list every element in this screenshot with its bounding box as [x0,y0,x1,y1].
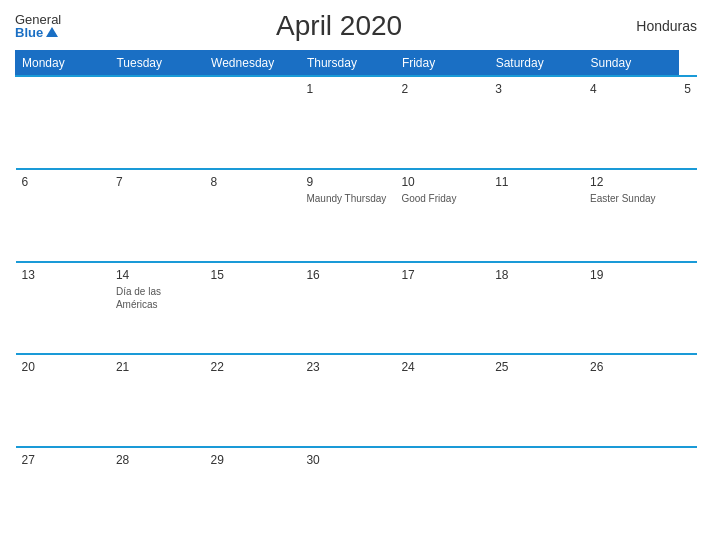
calendar-cell [16,76,110,169]
holiday-name: Good Friday [401,192,483,205]
holiday-name: Easter Sunday [590,192,672,205]
day-number: 4 [590,82,672,96]
day-number: 16 [306,268,389,282]
country-label: Honduras [617,18,697,34]
calendar-cell [110,76,205,169]
calendar-cell: 19 [584,262,678,355]
holiday-name: Día de las Américas [116,285,199,311]
calendar-cell: 23 [300,354,395,447]
logo-triangle-icon [46,27,58,37]
day-number: 21 [116,360,199,374]
day-number: 8 [211,175,295,189]
day-number: 30 [306,453,389,467]
calendar-cell: 21 [110,354,205,447]
calendar-table: MondayTuesdayWednesdayThursdayFridaySatu… [15,50,697,540]
day-number: 17 [401,268,483,282]
calendar-cell [584,447,678,540]
calendar-cell: 18 [489,262,584,355]
calendar-week-row: 27282930 [16,447,698,540]
calendar-cell: 20 [16,354,110,447]
weekday-header-wednesday: Wednesday [205,51,301,77]
calendar-cell: 8 [205,169,301,262]
calendar-cell [489,447,584,540]
day-number: 1 [306,82,389,96]
calendar-cell: 29 [205,447,301,540]
day-number: 6 [22,175,104,189]
weekday-header-tuesday: Tuesday [110,51,205,77]
calendar-cell: 28 [110,447,205,540]
calendar-body: 123456789Maundy Thursday10Good Friday111… [16,76,698,540]
calendar-cell [395,447,489,540]
day-number: 11 [495,175,578,189]
day-number: 2 [401,82,483,96]
logo-blue-text: Blue [15,26,61,39]
day-number: 26 [590,360,672,374]
day-number: 10 [401,175,483,189]
day-number: 19 [590,268,672,282]
calendar-cell: 10Good Friday [395,169,489,262]
calendar-cell: 15 [205,262,301,355]
calendar-cell: 24 [395,354,489,447]
calendar-cell: 30 [300,447,395,540]
day-number: 20 [22,360,104,374]
calendar-week-row: 1314Día de las Américas1516171819 [16,262,698,355]
calendar-cell: 1 [300,76,395,169]
day-number: 3 [495,82,578,96]
weekday-header-monday: Monday [16,51,110,77]
calendar-cell: 12Easter Sunday [584,169,678,262]
calendar-cell: 6 [16,169,110,262]
holiday-name: Maundy Thursday [306,192,389,205]
day-number: 23 [306,360,389,374]
calendar-cell: 4 [584,76,678,169]
day-number: 14 [116,268,199,282]
logo: General Blue [15,13,61,39]
day-number: 12 [590,175,672,189]
weekday-header-thursday: Thursday [300,51,395,77]
calendar-cell: 14Día de las Américas [110,262,205,355]
calendar-cell: 17 [395,262,489,355]
calendar-cell: 16 [300,262,395,355]
day-number: 13 [22,268,104,282]
calendar-cell: 25 [489,354,584,447]
calendar-cell: 2 [395,76,489,169]
day-number: 18 [495,268,578,282]
day-number: 15 [211,268,295,282]
calendar-week-row: 6789Maundy Thursday10Good Friday1112East… [16,169,698,262]
calendar-week-row: 20212223242526 [16,354,698,447]
weekday-header-row: MondayTuesdayWednesdayThursdayFridaySatu… [16,51,698,77]
calendar-cell: 7 [110,169,205,262]
calendar-cell: 9Maundy Thursday [300,169,395,262]
day-number: 29 [211,453,295,467]
calendar-header: MondayTuesdayWednesdayThursdayFridaySatu… [16,51,698,77]
day-number: 25 [495,360,578,374]
calendar-title: April 2020 [61,10,617,42]
day-number: 27 [22,453,104,467]
header: General Blue April 2020 Honduras [15,10,697,42]
calendar-week-row: 12345 [16,76,698,169]
day-number: 24 [401,360,483,374]
calendar-cell: 22 [205,354,301,447]
calendar-cell: 13 [16,262,110,355]
day-number: 22 [211,360,295,374]
calendar-cell: 11 [489,169,584,262]
weekday-header-sunday: Sunday [584,51,678,77]
weekday-header-saturday: Saturday [489,51,584,77]
calendar-cell: 3 [489,76,584,169]
calendar-cell: 27 [16,447,110,540]
calendar-cell: 26 [584,354,678,447]
calendar-cell [205,76,301,169]
day-number: 7 [116,175,199,189]
weekday-header-friday: Friday [395,51,489,77]
calendar-cell: 5 [678,76,697,169]
day-number: 9 [306,175,389,189]
day-number: 28 [116,453,199,467]
day-number: 5 [684,82,691,96]
